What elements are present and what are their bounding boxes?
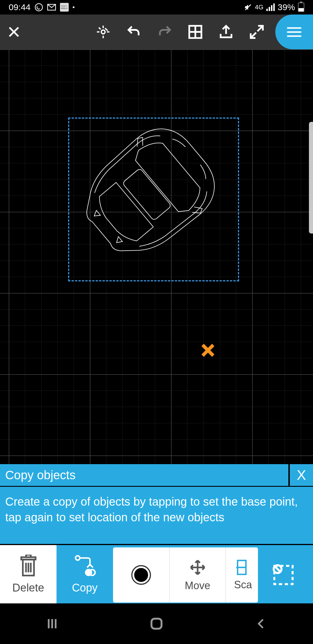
back-icon bbox=[254, 617, 267, 630]
copy-icon bbox=[73, 554, 97, 578]
svg-point-5 bbox=[101, 30, 105, 34]
whatsapp-icon bbox=[34, 3, 43, 12]
android-nav-bar bbox=[0, 603, 313, 644]
svg-point-24 bbox=[75, 556, 80, 560]
tool-palette: Delete Copy Move Sca bbox=[0, 544, 313, 603]
expand-icon bbox=[249, 24, 265, 40]
record-tool[interactable] bbox=[113, 547, 169, 603]
car-object[interactable] bbox=[75, 125, 232, 276]
menu-icon bbox=[287, 27, 301, 37]
battery-percentage: 39% bbox=[278, 2, 295, 12]
prompt-title: Copy objects bbox=[0, 464, 288, 486]
svg-point-0 bbox=[35, 4, 43, 11]
svg-line-10 bbox=[99, 28, 101, 30]
light-button[interactable] bbox=[94, 23, 112, 41]
delete-tool[interactable]: Delete bbox=[0, 545, 57, 603]
top-toolbar bbox=[0, 15, 313, 49]
recents-icon bbox=[45, 617, 59, 631]
vertical-scrollbar[interactable] bbox=[309, 122, 313, 234]
recents-button[interactable] bbox=[42, 614, 62, 634]
selection-icon bbox=[270, 562, 296, 588]
redo-icon bbox=[156, 24, 173, 40]
scale-icon bbox=[236, 559, 250, 576]
gmail-icon bbox=[47, 4, 56, 11]
mute-icon bbox=[244, 3, 252, 11]
grid-icon bbox=[187, 24, 203, 40]
close-button[interactable] bbox=[5, 23, 23, 41]
status-bar-right: 4G 39% bbox=[244, 2, 304, 12]
svg-rect-37 bbox=[152, 619, 162, 629]
home-button[interactable] bbox=[146, 614, 167, 634]
battery-icon bbox=[298, 3, 304, 12]
delete-tool-label: Delete bbox=[12, 582, 44, 594]
tool-carousel[interactable]: Move Sca bbox=[113, 547, 258, 603]
status-time: 09:44 bbox=[9, 2, 30, 12]
menu-button[interactable] bbox=[275, 15, 313, 49]
redo-button[interactable] bbox=[156, 23, 173, 41]
share-button[interactable] bbox=[217, 23, 235, 41]
status-bar: 09:44 HOLYBIBLE 4G 39% bbox=[0, 0, 313, 15]
grid-toggle-button[interactable] bbox=[187, 23, 204, 41]
move-tool[interactable]: Move bbox=[169, 547, 225, 603]
svg-rect-23 bbox=[26, 555, 31, 557]
network-type-label: 4G bbox=[255, 3, 263, 11]
back-button[interactable] bbox=[251, 614, 271, 634]
prompt-close-button[interactable]: X bbox=[290, 464, 313, 486]
move-icon bbox=[188, 558, 207, 577]
undo-button[interactable] bbox=[125, 23, 143, 41]
bible-icon: HOLYBIBLE bbox=[60, 3, 69, 12]
signal-icon bbox=[266, 3, 275, 11]
drawing-canvas[interactable] bbox=[0, 49, 313, 464]
scale-tool[interactable]: Sca bbox=[225, 547, 258, 603]
light-icon bbox=[96, 24, 111, 39]
prompt-instruction: Create a copy of objects by tapping to s… bbox=[0, 486, 313, 544]
copy-tool[interactable]: Copy bbox=[57, 545, 113, 603]
copy-tool-label: Copy bbox=[72, 582, 98, 594]
scale-tool-label: Sca bbox=[234, 579, 252, 591]
undo-icon bbox=[126, 24, 142, 40]
trash-icon bbox=[19, 554, 38, 578]
expand-button[interactable] bbox=[248, 23, 265, 41]
status-bar-left: 09:44 HOLYBIBLE bbox=[9, 2, 74, 12]
close-icon bbox=[7, 25, 21, 39]
svg-line-11 bbox=[105, 28, 108, 31]
selection-tool[interactable] bbox=[266, 545, 301, 605]
prompt-title-bar: Copy objects X bbox=[0, 464, 313, 486]
home-icon bbox=[149, 616, 164, 631]
svg-line-33 bbox=[275, 566, 280, 571]
share-icon bbox=[218, 24, 234, 40]
notification-dot-icon bbox=[73, 6, 74, 8]
record-icon bbox=[131, 565, 151, 585]
base-point-marker[interactable] bbox=[200, 342, 216, 358]
move-tool-label: Move bbox=[185, 580, 210, 592]
